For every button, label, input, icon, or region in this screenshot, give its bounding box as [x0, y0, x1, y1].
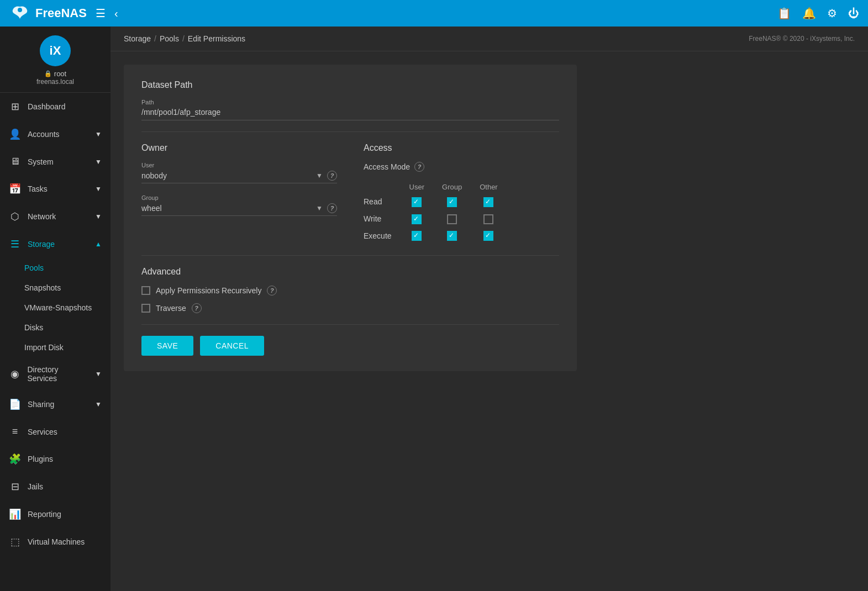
- user-input[interactable]: [141, 171, 312, 180]
- write-group-checkbox[interactable]: [447, 214, 457, 224]
- lock-icon: 🔒: [44, 70, 52, 77]
- breadcrumb: Storage / Pools / Edit Permissions: [124, 34, 245, 43]
- read-group-checkbox[interactable]: [447, 197, 457, 207]
- breadcrumb-current: Edit Permissions: [188, 34, 245, 43]
- reporting-icon: 📊: [9, 508, 21, 520]
- traverse-help-icon[interactable]: ?: [192, 303, 202, 313]
- row-execute: Execute: [364, 228, 507, 245]
- sidebar-subitem-import-disk[interactable]: Import Disk: [0, 337, 111, 357]
- advanced-section: Advanced Apply Permissions Recursively ?…: [141, 267, 559, 313]
- divider-1: [141, 131, 559, 132]
- logo: FreeNAS: [9, 2, 87, 24]
- access-section: Access Access Mode ? User Group: [364, 143, 559, 244]
- read-other-checkbox[interactable]: [483, 197, 493, 207]
- user-help-icon[interactable]: ?: [327, 171, 337, 181]
- col-header-other: Other: [471, 181, 507, 193]
- breadcrumb-pools[interactable]: Pools: [160, 34, 179, 43]
- sidebar-item-jails[interactable]: ⊟ Jails: [0, 473, 111, 500]
- clipboard-icon[interactable]: 📋: [777, 7, 791, 20]
- path-value: /mnt/pool1/afp_storage: [141, 108, 559, 120]
- sidebar-item-network[interactable]: ⬡ Network ▼: [0, 203, 111, 230]
- breadcrumb-storage[interactable]: Storage: [124, 34, 151, 43]
- traverse-label: Traverse: [156, 304, 186, 313]
- sidebar-item-services[interactable]: ≡ Services: [0, 418, 111, 445]
- logo-text: FreeNAS: [35, 6, 87, 20]
- execute-other-cell: [471, 228, 507, 245]
- topbar: FreeNAS ☰ ‹ 📋 🔔 ⚙ ⏻: [0, 0, 868, 27]
- sharing-icon: 📄: [9, 398, 21, 410]
- execute-user-cell: [401, 228, 433, 245]
- breadcrumb-sep-2: /: [182, 34, 185, 43]
- group-help-icon[interactable]: ?: [327, 203, 337, 213]
- path-label: Path: [141, 99, 559, 105]
- sidebar-subitem-vmware-snapshots[interactable]: VMware-Snapshots: [0, 298, 111, 318]
- form-card: Dataset Path Path /mnt/pool1/afp_storage…: [124, 65, 577, 371]
- dataset-path-title: Dataset Path: [141, 80, 559, 90]
- traverse-checkbox[interactable]: [141, 304, 150, 313]
- storage-arrow: ▲: [95, 240, 102, 248]
- profile-hostname: freenas.local: [36, 78, 74, 86]
- owner-access-cols: Owner User ▼ ? Group ▼ ?: [141, 143, 559, 244]
- sidebar-item-tasks[interactable]: 📅 Tasks ▼: [0, 175, 111, 203]
- power-icon[interactable]: ⏻: [848, 7, 859, 20]
- user-label: User: [141, 162, 337, 168]
- write-user-checkbox[interactable]: [412, 214, 422, 224]
- read-user-checkbox[interactable]: [412, 197, 422, 207]
- execute-user-checkbox[interactable]: [412, 231, 422, 241]
- sidebar-subitem-snapshots[interactable]: Snapshots: [0, 278, 111, 298]
- permissions-table: User Group Other Read: [364, 181, 507, 244]
- user-dropdown-arrow[interactable]: ▼: [316, 172, 323, 180]
- write-other-checkbox[interactable]: [483, 214, 493, 224]
- back-icon[interactable]: ‹: [114, 7, 118, 20]
- storage-icon: ☰: [9, 238, 21, 250]
- sidebar-item-virtual-machines[interactable]: ⬚ Virtual Machines: [0, 528, 111, 556]
- access-mode-row: Access Mode ?: [364, 162, 559, 172]
- sidebar-item-storage[interactable]: ☰ Storage ▲: [0, 230, 111, 258]
- sidebar-item-plugins[interactable]: 🧩 Plugins: [0, 445, 111, 473]
- read-other-cell: [471, 193, 507, 210]
- col-header-user: User: [401, 181, 433, 193]
- group-label: Group: [141, 194, 337, 201]
- directory-arrow: ▼: [95, 370, 102, 378]
- save-button[interactable]: SAVE: [141, 336, 193, 356]
- read-user-cell: [401, 193, 433, 210]
- access-mode-label: Access Mode: [364, 162, 410, 171]
- apply-recursively-help-icon[interactable]: ?: [267, 286, 277, 296]
- row-execute-label: Execute: [364, 228, 401, 245]
- notifications-icon[interactable]: 🔔: [802, 7, 816, 20]
- sharing-arrow: ▼: [95, 400, 102, 408]
- execute-group-checkbox[interactable]: [447, 231, 457, 241]
- col-header-empty: [364, 181, 401, 193]
- directory-icon: ◉: [9, 368, 20, 380]
- execute-other-checkbox[interactable]: [483, 231, 493, 241]
- sidebar-item-dashboard[interactable]: ⊞ Dashboard: [0, 93, 111, 120]
- group-dropdown-arrow[interactable]: ▼: [316, 204, 323, 212]
- apply-recursively-checkbox[interactable]: [141, 286, 150, 295]
- button-row: SAVE CANCEL: [141, 336, 559, 356]
- breadcrumb-sep-1: /: [154, 34, 156, 43]
- sidebar-item-directory-services[interactable]: ◉ Directory Services ▼: [0, 357, 111, 391]
- group-input[interactable]: [141, 204, 312, 213]
- sidebar-item-accounts[interactable]: 👤 Accounts ▼: [0, 120, 111, 148]
- cancel-button[interactable]: CANCEL: [200, 336, 264, 356]
- tasks-arrow: ▼: [95, 185, 102, 193]
- avatar: iX: [40, 35, 71, 66]
- topbar-left: FreeNAS ☰ ‹: [9, 2, 118, 24]
- advanced-title: Advanced: [141, 267, 559, 277]
- write-other-cell: [471, 210, 507, 228]
- divider-2: [141, 255, 559, 256]
- row-write-label: Write: [364, 210, 401, 228]
- settings-icon[interactable]: ⚙: [827, 7, 837, 20]
- sidebar-item-reporting[interactable]: 📊 Reporting: [0, 500, 111, 528]
- sidebar-subitem-pools[interactable]: Pools: [0, 258, 111, 278]
- sidebar-item-sharing[interactable]: 📄 Sharing ▼: [0, 391, 111, 418]
- menu-icon[interactable]: ☰: [96, 7, 106, 20]
- sidebar-subitem-disks[interactable]: Disks: [0, 318, 111, 337]
- logo-icon: [9, 2, 31, 24]
- user-input-row: ▼ ?: [141, 171, 337, 183]
- access-mode-help-icon[interactable]: ?: [414, 162, 424, 172]
- main-content: Dataset Path Path /mnt/pool1/afp_storage…: [111, 51, 868, 591]
- row-read: Read: [364, 193, 507, 210]
- sidebar-item-system[interactable]: 🖥 System ▼: [0, 148, 111, 175]
- profile-username: 🔒 root: [44, 70, 66, 78]
